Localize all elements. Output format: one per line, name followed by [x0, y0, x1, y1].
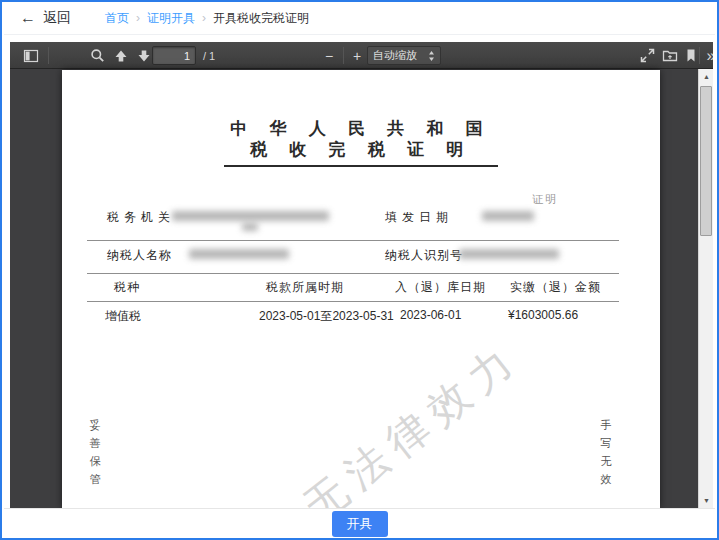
pdf-viewer: / 1 − + 自动缩放 — [10, 42, 713, 508]
open-folder-icon — [662, 48, 678, 63]
back-button[interactable]: ← 返回 — [20, 9, 71, 27]
arrow-down-icon — [137, 49, 151, 63]
sidebar-toggle-icon — [23, 48, 39, 64]
issue-button[interactable]: 开具 — [332, 511, 388, 537]
horizontal-rule — [87, 301, 619, 302]
chevron-double-right-icon: » — [707, 48, 713, 64]
table-header-deposit-date: 入（退）库日期 — [395, 279, 486, 296]
title-line-2: 税 收 完 税 证 明 — [230, 139, 492, 160]
breadcrumb-certificate-issue[interactable]: 证明开具 — [147, 10, 195, 27]
zoom-mode-label: 自动缩放 — [373, 48, 417, 63]
top-header: ← 返回 首页 › 证明开具 › 开具税收完税证明 — [4, 2, 715, 35]
horizontal-rule — [87, 240, 619, 241]
sidebar-toggle-button[interactable] — [20, 45, 42, 66]
zoom-out-button[interactable]: − — [318, 45, 340, 66]
find-button[interactable] — [86, 45, 108, 66]
table-cell-tax-type: 增值税 — [105, 308, 141, 325]
breadcrumb: 首页 › 证明开具 › 开具税收完税证明 — [105, 10, 309, 27]
scrollbar-down-button[interactable]: ▼ — [699, 493, 713, 508]
app-window: ← 返回 首页 › 证明开具 › 开具税收完税证明 — [0, 0, 719, 540]
horizontal-rule — [87, 273, 619, 274]
scrollbar-thumb[interactable] — [700, 86, 712, 236]
table-header-tax-period: 税款所属时期 — [266, 279, 344, 296]
scroll-up-icon: ▲ — [703, 73, 710, 80]
table-header-paid-amount: 实缴（退）金额 — [510, 279, 601, 296]
scroll-down-icon: ▼ — [703, 497, 710, 504]
zoom-in-button[interactable]: + — [346, 45, 368, 66]
previous-page-button[interactable] — [110, 45, 132, 66]
bookmark-icon — [684, 48, 698, 63]
viewer-scrollbar[interactable]: ▲ ▼ — [698, 69, 713, 508]
arrow-up-icon — [114, 49, 128, 63]
taxpayer-id-value-redacted — [459, 249, 559, 259]
corner-label: 证明 — [532, 192, 558, 207]
table-header-tax-type: 税种 — [114, 279, 140, 296]
table-cell-paid-amount: ¥1603005.66 — [508, 308, 578, 322]
toolbar-separator — [343, 47, 344, 64]
right-vertical-note: 手写无效 — [599, 416, 613, 488]
left-vertical-note: 妥善保管 — [88, 416, 102, 488]
table-cell-tax-period: 2023-05-01至2023-05-31 — [259, 308, 394, 325]
taxpayer-name-label: 纳税人名称 — [107, 247, 172, 264]
fill-date-value-redacted — [482, 211, 534, 221]
pdf-toolbar: / 1 − + 自动缩放 — [10, 42, 713, 69]
dropdown-arrows-icon — [428, 50, 435, 62]
fill-date-label: 填 发 日 期 — [385, 209, 449, 226]
page-number-input[interactable] — [152, 46, 196, 65]
tax-authority-value-redacted — [242, 223, 258, 231]
page-total-label: / 1 — [203, 50, 215, 62]
open-file-button[interactable] — [659, 45, 681, 66]
plus-icon: + — [353, 49, 361, 63]
title-line-1: 中 华 人 民 共 和 国 — [230, 118, 492, 139]
breadcrumb-current: 开具税收完税证明 — [213, 10, 309, 27]
presentation-mode-button[interactable] — [636, 45, 658, 66]
toolbar-separator — [48, 47, 49, 64]
document-title: 中 华 人 民 共 和 国 税 收 完 税 证 明 — [62, 118, 660, 167]
fullscreen-icon — [640, 48, 655, 63]
watermark-text: 无法律效力 — [292, 330, 531, 508]
zoom-mode-dropdown[interactable]: 自动缩放 — [367, 46, 441, 65]
minus-icon: − — [325, 49, 333, 63]
tax-authority-label: 税 务 机 关 — [107, 209, 171, 226]
more-tools-button[interactable]: » — [700, 45, 713, 66]
breadcrumb-separator-icon: › — [136, 11, 140, 25]
tax-authority-value-redacted — [172, 211, 329, 221]
taxpayer-name-value-redacted — [189, 249, 289, 259]
breadcrumb-home[interactable]: 首页 — [105, 10, 129, 27]
table-cell-deposit-date: 2023-06-01 — [400, 308, 461, 322]
scrollbar-up-button[interactable]: ▲ — [699, 69, 713, 84]
back-label: 返回 — [43, 9, 71, 27]
breadcrumb-separator-icon: › — [202, 11, 206, 25]
footer-bar: 开具 — [4, 508, 715, 538]
search-icon — [90, 48, 105, 63]
taxpayer-id-label: 纳税人识别号 — [385, 247, 463, 264]
back-arrow-icon: ← — [20, 10, 36, 26]
certificate-page: 中 华 人 民 共 和 国 税 收 完 税 证 明 证明 税 务 机 关 填 发… — [62, 70, 660, 508]
